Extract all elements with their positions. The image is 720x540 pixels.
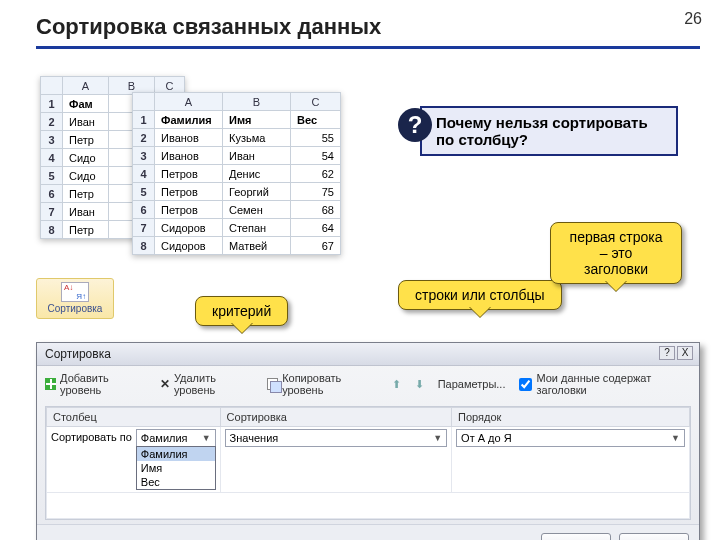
dropdown-option[interactable]: Имя — [137, 461, 215, 475]
col-header-column: Столбец — [47, 408, 221, 427]
copy-icon — [267, 378, 278, 390]
sort-on-combo[interactable]: Значения ▼ — [225, 429, 447, 447]
headers-checkbox[interactable]: Мои данные содержат заголовки — [519, 372, 691, 396]
headers-checkbox-input[interactable] — [519, 378, 532, 391]
slide-title: Сортировка связанных данных — [0, 0, 720, 46]
dialog-title-text: Сортировка — [45, 347, 111, 361]
title-underline — [36, 46, 700, 49]
col-header-sort-on: Сортировка — [220, 408, 451, 427]
arrow-down-icon: ⬇ — [415, 378, 424, 391]
delete-icon: ✕ — [160, 379, 170, 389]
move-up-button[interactable]: ⬆ — [392, 378, 401, 391]
dropdown-option[interactable]: Фамилия — [137, 447, 215, 461]
move-down-button[interactable]: ⬇ — [415, 378, 424, 391]
dialog-toolbar: Добавить уровень ✕ Удалить уровень Копир… — [37, 366, 699, 402]
callout-criterion: критерий — [195, 296, 288, 326]
sort-field-dropdown[interactable]: Фамилия Имя Вес — [136, 446, 216, 490]
plus-icon — [45, 378, 56, 390]
sort-by-label: Сортировать по — [51, 429, 132, 443]
delete-level-button[interactable]: ✕ Удалить уровень — [160, 372, 253, 396]
question-box: Почему нельзя сортировать по столбцу? — [420, 106, 678, 156]
copy-level-button[interactable]: Копировать уровень — [267, 372, 378, 396]
chevron-down-icon: ▼ — [202, 433, 211, 443]
col-header-order: Порядок — [452, 408, 690, 427]
add-level-button[interactable]: Добавить уровень — [45, 372, 146, 396]
dialog-close-button[interactable]: X — [677, 346, 693, 360]
slide-number: 26 — [684, 10, 702, 28]
chevron-down-icon: ▼ — [433, 433, 442, 443]
params-button[interactable]: Параметры... — [438, 378, 506, 390]
chevron-down-icon: ▼ — [671, 433, 680, 443]
dialog-buttons: ОК Отмена — [37, 524, 699, 540]
worksheet-front: A B C 1 Фамилия Имя Вес 2ИвановКузьма55 … — [132, 92, 341, 255]
question-mark-icon: ? — [398, 108, 432, 142]
dropdown-option[interactable]: Вес — [137, 475, 215, 489]
sort-order-combo[interactable]: От А до Я ▼ — [456, 429, 685, 447]
sort-field-combo[interactable]: Фамилия ▼ — [136, 429, 216, 447]
arrow-up-icon: ⬆ — [392, 378, 401, 391]
sort-dialog: Сортировка ? X Добавить уровень ✕ Удалит… — [36, 342, 700, 540]
ok-button[interactable]: ОК — [541, 533, 611, 540]
dialog-help-button[interactable]: ? — [659, 346, 675, 360]
callout-first-row: первая строка – это заголовки — [550, 222, 682, 284]
ribbon-sort-label: Сортировка — [48, 303, 103, 314]
sort-icon — [61, 282, 89, 302]
dialog-titlebar: Сортировка ? X — [37, 343, 699, 366]
cancel-button[interactable]: Отмена — [619, 533, 689, 540]
sort-levels-grid: Столбец Сортировка Порядок Сортировать п… — [45, 406, 691, 520]
callout-rows-cols: строки или столбцы — [398, 280, 562, 310]
ribbon-sort-button[interactable]: Сортировка — [36, 278, 114, 319]
